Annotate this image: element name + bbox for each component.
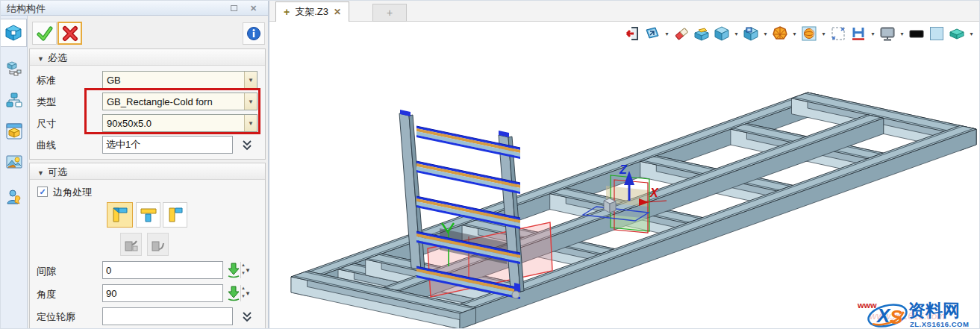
info-button[interactable] [243, 22, 265, 45]
corner-option-disabled-1-button[interactable] [120, 233, 142, 256]
ladder-foot-node [512, 291, 519, 298]
user-role-icon [6, 189, 22, 205]
standard-combobox[interactable]: GB ▼ [102, 71, 258, 89]
corner-gray-joint-icon [124, 237, 139, 252]
cube-preview-icon[interactable] [742, 25, 760, 43]
gap-spinbox: ▲▼ [102, 261, 223, 279]
angle-options-dropdown-icon[interactable]: ▼ [245, 290, 251, 297]
structural-member-panel: 结构构件 ✕ [1, 1, 268, 329]
profile-expand-chevrons-icon[interactable] [237, 307, 257, 325]
standard-label: 标准 [37, 74, 56, 87]
sidebar-item-visual-manager[interactable] [1, 117, 27, 145]
angle-input[interactable] [103, 285, 240, 301]
section-beam-dropdown-icon[interactable]: ▾ [870, 31, 876, 37]
z-axis-label: Z [619, 163, 628, 176]
tab-zhijia-z3[interactable]: + 支架.Z3 ✕ [275, 1, 349, 22]
size-value: 90x50x5.0 [103, 118, 244, 129]
panel-close-icon[interactable]: ✕ [248, 3, 259, 13]
history-tree-icon [6, 60, 22, 77]
shaded-cube-dropdown-icon[interactable]: ▾ [733, 31, 740, 37]
panel-titlebar: 结构构件 ✕ [1, 1, 268, 16]
x-axis-label: X [649, 187, 659, 199]
sidebar-item-shape-manager[interactable] [1, 19, 27, 47]
shape-manager-cube-icon [4, 24, 22, 42]
3d-viewport[interactable]: ZX ▾ ▾ ▾ [269, 22, 980, 329]
gap-pick-value-button[interactable] [227, 262, 240, 281]
tab-modified-plus-icon: + [284, 6, 290, 18]
sidebar-item-user-role[interactable] [1, 183, 27, 211]
render-material-dropdown-icon[interactable]: ▾ [968, 31, 975, 37]
panel-restore-icon[interactable] [228, 3, 240, 13]
optional-group-header[interactable]: ▼可选 [30, 163, 265, 180]
shaded-cube-icon[interactable] [713, 25, 731, 43]
optional-group-label: 可选 [48, 166, 67, 178]
new-tab-button[interactable]: + [372, 4, 407, 22]
cancel-button[interactable] [57, 22, 82, 45]
display-monitor-icon[interactable] [878, 25, 896, 43]
visual-manager-icon [5, 122, 23, 140]
required-group-header[interactable]: ▼必选 [30, 49, 265, 66]
profile-label: 定位轮廓 [37, 310, 75, 324]
type-dropdown-icon[interactable]: ▼ [244, 93, 257, 110]
sidebar-item-assembly-hierarchy[interactable] [1, 86, 27, 114]
type-combobox[interactable]: GB_Rectangle-Cold forn ▼ [102, 93, 258, 110]
curve-label: 曲线 [37, 139, 56, 152]
zoom-window-icon[interactable] [829, 25, 847, 43]
wireframe-sphere-dropdown-icon[interactable]: ▾ [791, 31, 798, 37]
section-beam-icon[interactable] [849, 25, 867, 43]
green-arrow-down-icon [227, 262, 240, 278]
eraser-icon[interactable] [672, 25, 690, 43]
corner-treatment-checkbox[interactable]: ✓ [37, 187, 48, 197]
sidebar-item-history-tree[interactable] [1, 54, 27, 83]
cancel-x-icon [62, 25, 78, 42]
watermark-logo-x: X [876, 304, 891, 327]
size-dropdown-icon[interactable]: ▼ [244, 115, 257, 131]
info-circle-icon [246, 26, 261, 41]
size-combobox[interactable]: 90x50x5.0 ▼ [102, 114, 258, 132]
curve-expand-chevrons-icon[interactable] [237, 136, 257, 154]
corner-option-disabled-2-button[interactable] [147, 233, 169, 256]
standard-dropdown-icon[interactable]: ▼ [244, 72, 257, 88]
angle-label: 角度 [37, 288, 56, 301]
type-label: 类型 [37, 95, 56, 109]
zoom-all-dropdown-icon[interactable]: ▾ [820, 31, 827, 37]
corner-style-trim-first-button[interactable] [136, 202, 160, 228]
frame-model-scene: ZX [269, 22, 980, 329]
watermark-site-name: 资料网 [908, 301, 960, 320]
cube-preview-dropdown-icon[interactable]: ▾ [762, 31, 769, 37]
corner-miter-icon [111, 206, 129, 224]
tab-label: 支架.Z3 [295, 5, 328, 19]
corner-style-miter-button[interactable] [107, 202, 133, 228]
watermark-logo-s: S [890, 306, 903, 328]
corner-trim-second-icon [166, 206, 184, 224]
render-material-icon[interactable] [948, 25, 966, 43]
ok-button[interactable] [32, 22, 57, 45]
tab-close-icon[interactable]: ✕ [334, 7, 341, 17]
view-plane-dropdown-icon[interactable]: ▾ [664, 31, 670, 37]
display-monitor-dropdown-icon[interactable]: ▾ [899, 31, 905, 37]
panel-body: ▼必选 标准 GB ▼ 类型 GB_Rectangle-Cold forn ▼ … [28, 16, 268, 329]
wireframe-sphere-icon[interactable] [771, 25, 789, 43]
collapse-arrow-icon: ▼ [37, 169, 44, 177]
curve-input[interactable] [102, 136, 233, 154]
assembly-hierarchy-icon [6, 92, 22, 108]
black-swatch-icon[interactable] [908, 25, 926, 43]
blue-swatch-icon[interactable] [928, 25, 946, 43]
document-tabbar: + 支架.Z3 ✕ + [269, 1, 980, 22]
zoom-all-icon[interactable] [800, 25, 818, 43]
required-group-label: 必选 [48, 52, 67, 63]
angle-pick-value-button[interactable] [227, 285, 240, 304]
profile-input[interactable] [102, 307, 233, 325]
document-area: + 支架.Z3 ✕ + ZX ▾ [268, 1, 980, 329]
green-arrow-down-icon [227, 285, 240, 301]
standard-value: GB [103, 75, 244, 86]
corner-style-trim-second-button[interactable] [163, 202, 187, 228]
gap-label: 间隙 [37, 265, 56, 278]
sidebar-item-render-image[interactable] [1, 148, 27, 177]
render-image-icon [5, 154, 23, 172]
gap-options-dropdown-icon[interactable]: ▼ [245, 267, 251, 274]
exit-icon[interactable] [623, 25, 641, 43]
gap-input[interactable] [103, 262, 240, 278]
view-plane-icon[interactable] [643, 25, 661, 43]
open-box-icon[interactable] [693, 25, 711, 43]
